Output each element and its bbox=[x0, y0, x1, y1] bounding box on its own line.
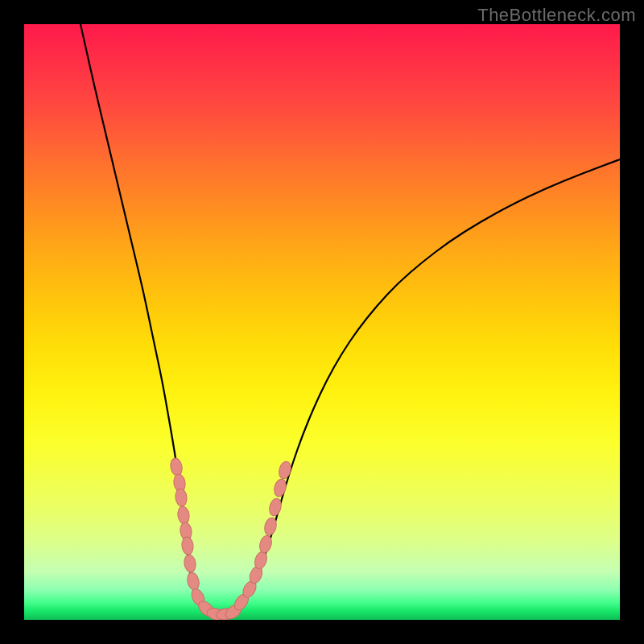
curve-right-branch bbox=[221, 159, 620, 616]
marker-point bbox=[183, 554, 196, 573]
marker-point bbox=[175, 488, 188, 507]
marker-point bbox=[186, 572, 201, 592]
marker-point bbox=[181, 536, 195, 555]
marker-point bbox=[277, 460, 292, 481]
curve-markers bbox=[169, 457, 293, 620]
marker-point bbox=[272, 478, 287, 498]
marker-point bbox=[169, 457, 184, 477]
curve-left-branch bbox=[80, 24, 221, 616]
marker-point bbox=[177, 506, 191, 525]
chart-frame: TheBottleneck.com bbox=[0, 0, 644, 644]
watermark-text: TheBottleneck.com bbox=[477, 5, 636, 26]
bottleneck-curve bbox=[24, 24, 620, 620]
plot-area bbox=[24, 24, 620, 620]
